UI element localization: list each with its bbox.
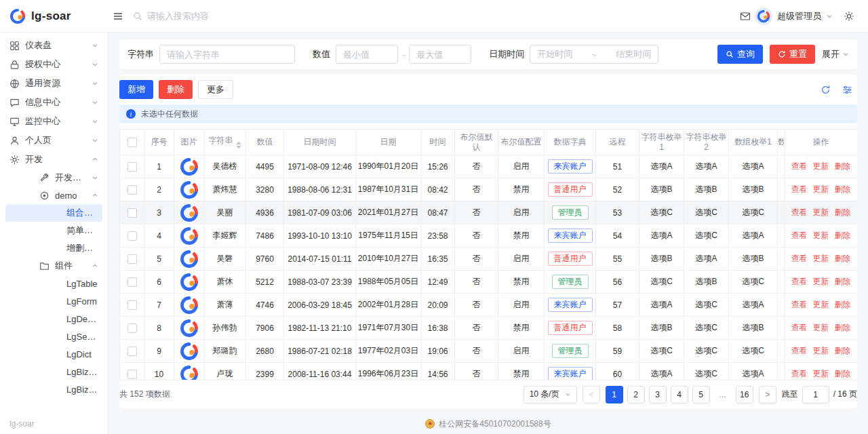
sidebar-item-crud-page[interactable]: 增删改查: [5, 239, 102, 257]
sort-icons[interactable]: [236, 142, 241, 149]
sidebar-item-dev-tools[interactable]: 开发工具: [5, 169, 102, 186]
update-link[interactable]: 更新: [813, 346, 829, 355]
table-row[interactable]: 6萧休52121988-03-07 23:391988年05月05日12:49否…: [120, 271, 858, 294]
view-link[interactable]: 查看: [791, 184, 808, 194]
sidebar-item-common-resources[interactable]: 通用资源: [5, 74, 102, 93]
delete-link[interactable]: 删除: [835, 346, 851, 355]
more-button[interactable]: 更多: [198, 80, 233, 99]
select-all-checkbox[interactable]: [127, 138, 137, 147]
table-row[interactable]: 9郑璐韵26801986-07-21 02:181977年02月03日19:06…: [120, 340, 858, 363]
add-button[interactable]: 新增: [119, 80, 153, 99]
delete-link[interactable]: 删除: [835, 300, 851, 309]
mail-icon[interactable]: [736, 7, 755, 26]
update-link[interactable]: 更新: [813, 208, 829, 217]
settings-icon[interactable]: [840, 7, 859, 26]
table-row[interactable]: 8孙伟勃79061982-11-13 21:101971年07月30日16:38…: [120, 317, 858, 340]
delete-link[interactable]: 删除: [835, 161, 851, 171]
column-settings-icon[interactable]: [841, 83, 853, 96]
page-button-3[interactable]: 3: [649, 386, 667, 403]
refresh-icon[interactable]: [819, 83, 831, 96]
view-link[interactable]: 查看: [791, 369, 808, 378]
view-link[interactable]: 查看: [791, 208, 808, 217]
col-string[interactable]: 字符串: [204, 130, 246, 155]
update-link[interactable]: 更新: [813, 184, 829, 194]
sidebar-item-lgsearchbar[interactable]: LgSearchBar: [5, 328, 102, 345]
row-checkbox[interactable]: [127, 300, 137, 310]
delete-link[interactable]: 删除: [835, 184, 851, 194]
table-row[interactable]: 3吴丽49361981-07-09 03:062021年01月27日08:47否…: [120, 201, 858, 224]
delete-link[interactable]: 删除: [835, 277, 851, 286]
row-checkbox[interactable]: [127, 162, 137, 172]
sidebar-item-message-center[interactable]: 信息中心: [5, 93, 102, 112]
sidebar-item-auth-center[interactable]: 授权中心: [5, 55, 102, 74]
sidebar-item-lgbiztree[interactable]: LgBizTree: [5, 380, 102, 398]
reset-button[interactable]: 重置: [770, 45, 815, 64]
sidebar-item-components[interactable]: 组件: [5, 257, 102, 275]
delete-link[interactable]: 删除: [835, 208, 851, 217]
view-link[interactable]: 查看: [791, 231, 808, 240]
sidebar-item-lgtable[interactable]: LgTable: [5, 275, 102, 292]
table-row[interactable]: 5吴磐97602014-07-15 01:112010年10月27日16:35否…: [120, 248, 858, 271]
row-checkbox[interactable]: [127, 370, 137, 379]
row-checkbox[interactable]: [127, 185, 137, 195]
sidebar-item-lgbizselect[interactable]: LgBizSelect: [5, 363, 102, 380]
page-button-4[interactable]: 4: [671, 386, 688, 403]
table-row[interactable]: 1吴德榜44951971-08-09 12:461990年01月20日15:26…: [120, 155, 858, 178]
sidebar-item-lgform[interactable]: LgForm: [5, 292, 102, 310]
prev-page-button[interactable]: <: [583, 386, 600, 403]
next-page-button[interactable]: >: [759, 386, 776, 403]
page-button-2[interactable]: 2: [627, 386, 645, 403]
row-checkbox[interactable]: [127, 208, 137, 218]
delete-link[interactable]: 删除: [835, 369, 851, 378]
sidebar-item-dashboard[interactable]: 仪表盘: [5, 36, 102, 55]
page-button-16[interactable]: 16: [736, 386, 753, 403]
delete-link[interactable]: 删除: [835, 231, 851, 240]
update-link[interactable]: 更新: [813, 231, 829, 240]
view-link[interactable]: 查看: [791, 161, 808, 171]
table-row[interactable]: 4李姬辉74861993-10-10 13:101975年11月15日23:58…: [120, 224, 858, 248]
global-search-input[interactable]: 请输入搜索内容: [133, 10, 289, 22]
update-link[interactable]: 更新: [813, 277, 829, 286]
view-link[interactable]: 查看: [791, 300, 808, 309]
sidebar-collapse-icon[interactable]: [108, 7, 127, 26]
view-link[interactable]: 查看: [791, 277, 808, 286]
datetime-range-picker[interactable]: 开始时间 ~ 结束时间: [530, 45, 658, 64]
sidebar-item-lgdescription[interactable]: LgDescription: [5, 310, 102, 328]
page-size-select[interactable]: 10 条/页: [524, 386, 577, 403]
page-button-1[interactable]: 1: [606, 386, 623, 403]
sidebar-item-demo[interactable]: demo: [5, 186, 102, 204]
sidebar-item-simple-page[interactable]: 简单页面: [5, 222, 102, 239]
row-checkbox[interactable]: [127, 231, 137, 241]
number-min-input[interactable]: [336, 45, 398, 64]
view-link[interactable]: 查看: [791, 254, 808, 263]
row-checkbox[interactable]: [127, 277, 137, 287]
row-checkbox[interactable]: [127, 254, 137, 264]
page-button-5[interactable]: 5: [692, 386, 710, 403]
update-link[interactable]: 更新: [813, 300, 829, 309]
expand-toggle[interactable]: 展开: [822, 48, 849, 60]
app-logo[interactable]: lg-soar: [0, 8, 108, 24]
delete-link[interactable]: 删除: [835, 254, 851, 263]
sidebar-item-composite-page[interactable]: 组合页面: [5, 204, 102, 222]
view-link[interactable]: 查看: [791, 323, 808, 332]
number-max-input[interactable]: [409, 45, 471, 64]
query-button[interactable]: 查询: [717, 45, 763, 64]
sidebar-item-lgdict[interactable]: LgDict: [5, 345, 102, 363]
jump-page-input[interactable]: [802, 386, 829, 403]
sidebar-item-dev[interactable]: 开发: [5, 150, 102, 169]
update-link[interactable]: 更新: [813, 161, 829, 171]
sidebar-item-monitor-center[interactable]: 监控中心: [5, 112, 102, 131]
update-link[interactable]: 更新: [813, 323, 829, 332]
update-link[interactable]: 更新: [813, 254, 829, 263]
sidebar-item-personal-page[interactable]: 个人页: [5, 131, 102, 150]
user-menu[interactable]: 超级管理员: [755, 7, 833, 25]
delete-button[interactable]: 删除: [159, 80, 193, 99]
string-field-input[interactable]: [159, 45, 295, 64]
row-checkbox[interactable]: [127, 323, 137, 333]
table-row[interactable]: 7萧薄47462006-03-29 18:452002年01月28日20:09否…: [120, 294, 858, 317]
update-link[interactable]: 更新: [813, 369, 829, 378]
view-link[interactable]: 查看: [791, 346, 808, 355]
table-row[interactable]: 10卢珑23992008-11-16 03:441996年06月23日14:56…: [120, 363, 858, 380]
row-checkbox[interactable]: [127, 347, 137, 356]
table-row[interactable]: 2萧炜慧32801988-08-06 12:311987年10月31日08:42…: [120, 178, 858, 201]
